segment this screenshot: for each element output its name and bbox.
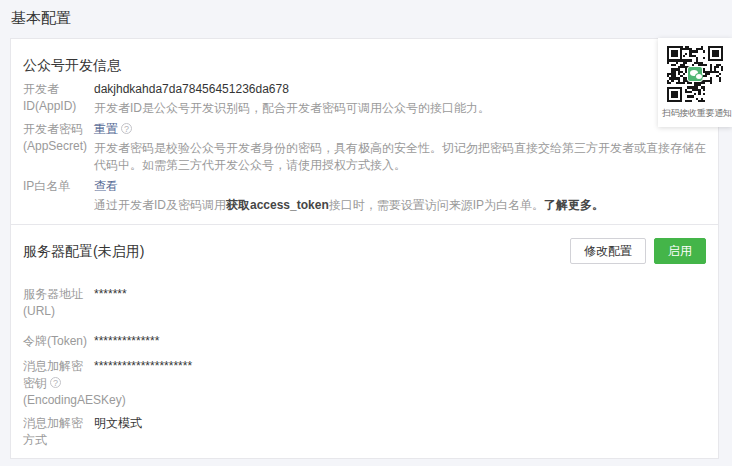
- row-token: 令牌(Token) **************: [23, 333, 706, 350]
- appid-value: dakjhdkahda7da78456451236da678: [94, 81, 706, 98]
- row-server-url: 服务器地址(URL) *******: [23, 286, 706, 320]
- aeskey-label: 消息加解密密钥? (EncodingAESKey): [23, 358, 94, 409]
- qr-finder-icon: [708, 46, 723, 61]
- wechat-logo-icon: [687, 66, 703, 82]
- view-ip-whitelist-link[interactable]: 查看: [94, 178, 118, 195]
- learn-more-link[interactable]: 了解更多。: [544, 198, 604, 212]
- section-dev-info: 公众号开发信息 开发者ID(AppID) dakjhdkahda7da78456…: [11, 39, 718, 214]
- row-appsecret: 开发者密码 (AppSecret) 重置? 开发者密码是校验公众号开发者身份的密…: [23, 121, 706, 174]
- modify-config-button[interactable]: 修改配置: [570, 238, 646, 264]
- row-aeskey: 消息加解密密钥? (EncodingAESKey) **************…: [23, 358, 706, 409]
- qr-caption: 扫码接收重要通知: [662, 107, 728, 120]
- row-encrypt-mode: 消息加解密方式 明文模式: [23, 415, 706, 449]
- help-icon[interactable]: ?: [50, 377, 61, 388]
- encrypt-mode-value: 明文模式: [94, 415, 706, 432]
- ip-whitelist-desc: 通过开发者ID及密码调用获取access_token接口时，需要设置访问来源IP…: [94, 197, 706, 214]
- appsecret-label: 开发者密码 (AppSecret): [23, 121, 94, 155]
- section-open-platform: 已绑定的微信开放平台帐号 未绑定帐号: [11, 459, 718, 466]
- reset-appsecret-link[interactable]: 重置: [94, 121, 118, 138]
- help-icon[interactable]: ?: [121, 123, 132, 134]
- aeskey-value: *********************: [94, 358, 706, 375]
- server-url-value: *******: [94, 286, 706, 303]
- access-token-text: 获取access_token: [226, 198, 329, 212]
- dev-info-title: 公众号开发信息: [23, 58, 706, 73]
- qr-notice-panel: 扫码接收重要通知: [658, 38, 732, 127]
- row-appid: 开发者ID(AppID) dakjhdkahda7da78456451236da…: [23, 81, 706, 117]
- appid-label: 开发者ID(AppID): [23, 81, 94, 115]
- ip-whitelist-label: IP白名单: [23, 178, 94, 195]
- page-title: 基本配置: [0, 0, 732, 28]
- qr-code-image: [667, 46, 723, 102]
- server-config-header: 服务器配置(未启用) 修改配置 启用: [11, 225, 718, 264]
- appsecret-desc: 开发者密码是校验公众号开发者身份的密码，具有极高的安全性。切记勿把密码直接交给第…: [94, 140, 706, 174]
- token-value: **************: [94, 333, 706, 350]
- main-panel: 公众号开发信息 开发者ID(AppID) dakjhdkahda7da78456…: [10, 38, 719, 459]
- qr-finder-icon: [667, 87, 682, 102]
- server-config-title: 服务器配置(未启用): [23, 244, 144, 259]
- qr-finder-icon: [667, 46, 682, 61]
- row-ip-whitelist: IP白名单 查看 通过开发者ID及密码调用获取access_token接口时，需…: [23, 178, 706, 214]
- section-server-config: 服务器地址(URL) ******* 令牌(Token) ***********…: [11, 286, 718, 449]
- enable-button[interactable]: 启用: [654, 238, 706, 264]
- appid-desc: 开发者ID是公众号开发识别码，配合开发者密码可调用公众号的接口能力。: [94, 100, 706, 117]
